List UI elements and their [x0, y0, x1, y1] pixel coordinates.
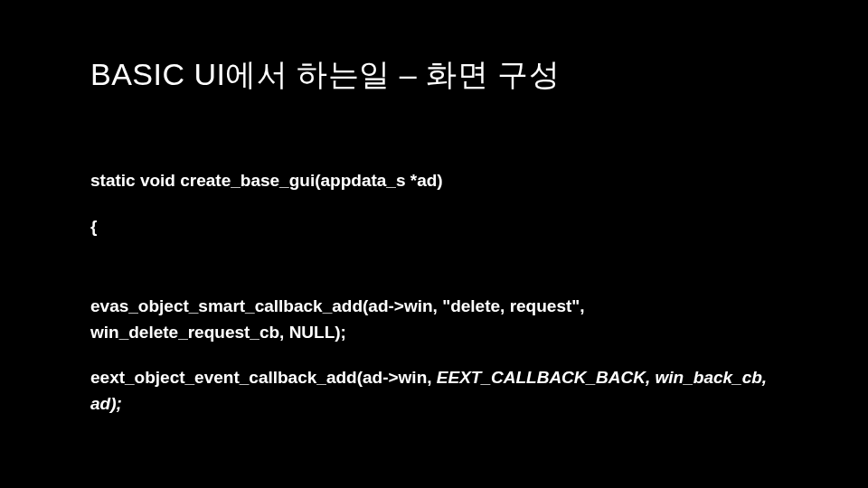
- code-block: static void create_base_gui(appdata_s *a…: [90, 168, 778, 417]
- code-line-4-regular: eext_object_event_callback_add(ad->win,: [90, 368, 437, 387]
- slide-title: BASIC UI에서 하는일 – 화면 구성: [90, 54, 778, 96]
- code-line-4: eext_object_event_callback_add(ad->win, …: [90, 365, 778, 417]
- slide-container: BASIC UI에서 하는일 – 화면 구성 static void creat…: [0, 0, 868, 488]
- code-line-1: static void create_base_gui(appdata_s *a…: [90, 168, 778, 194]
- code-line-3: evas_object_smart_callback_add(ad->win, …: [90, 294, 778, 345]
- code-line-2: {: [90, 214, 778, 240]
